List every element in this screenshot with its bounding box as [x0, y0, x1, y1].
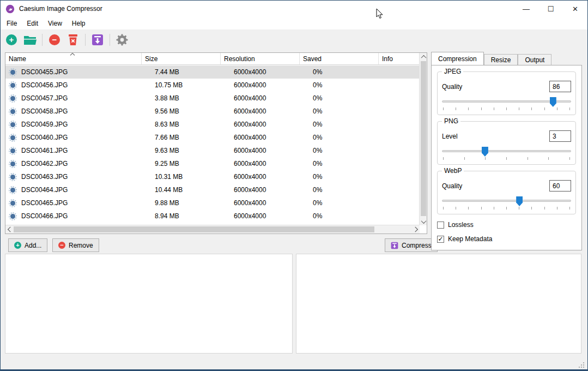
file-status-icon	[9, 81, 17, 89]
column-header-info[interactable]: Info	[379, 53, 420, 64]
remove-icon: −	[58, 242, 65, 249]
horizontal-scroll-thumb[interactable]	[14, 226, 374, 232]
keep-metadata-checkbox[interactable]	[437, 236, 444, 243]
horizontal-scrollbar[interactable]	[5, 225, 420, 234]
menu-bar: File Edit View Help	[1, 17, 587, 29]
png-group-title: PNG	[442, 117, 460, 125]
remove-file-icon: −	[49, 34, 60, 45]
compress-button[interactable]: Compress	[385, 238, 438, 252]
remove-button[interactable]: − Remove	[52, 238, 99, 252]
remove-file-button[interactable]: −	[47, 32, 62, 47]
webp-group: WebP Quality 60	[437, 171, 576, 214]
clear-list-icon	[67, 34, 79, 46]
jpeg-quality-spinbox[interactable]: 86	[549, 81, 571, 92]
add-files-icon: +	[6, 34, 17, 45]
column-header-size[interactable]: Size	[142, 53, 221, 64]
app-window: Caesium Image Compressor — ☐ ✕ File Edit…	[0, 0, 588, 371]
table-row[interactable]: DSC00464.JPG10.44 MB6000x40000%	[5, 183, 420, 196]
slider-handle[interactable]	[516, 196, 523, 206]
table-row[interactable]: DSC00461.JPG9.63 MB6000x40000%	[5, 144, 420, 157]
file-status-icon	[9, 68, 17, 76]
file-status-icon	[9, 199, 17, 207]
add-button[interactable]: + Add...	[8, 238, 47, 252]
jpeg-group: JPEG Quality 86	[437, 71, 576, 115]
png-level-slider[interactable]	[442, 149, 571, 153]
file-status-icon	[9, 186, 17, 194]
minimize-button[interactable]: —	[514, 1, 538, 17]
webp-group-title: WebP	[442, 167, 464, 175]
toolbar-separator	[110, 34, 110, 46]
menu-edit[interactable]: Edit	[22, 18, 43, 29]
column-header-name[interactable]: Name	[5, 53, 142, 64]
title-bar: Caesium Image Compressor — ☐ ✕	[1, 1, 587, 17]
table-row[interactable]: DSC00456.JPG10.75 MB6000x40000%	[5, 79, 420, 92]
resize-grip[interactable]	[579, 362, 584, 368]
lossless-checkbox[interactable]	[437, 222, 444, 229]
file-status-icon	[9, 160, 17, 168]
table-row[interactable]: DSC00462.JPG9.25 MB6000x40000%	[5, 157, 420, 170]
tab-compression[interactable]: Compression	[431, 52, 484, 65]
close-button[interactable]: ✕	[563, 1, 587, 17]
vertical-scroll-thumb[interactable]	[421, 61, 426, 216]
table-row[interactable]: DSC00460.JPG7.66 MB6000x40000%	[5, 131, 420, 144]
scroll-right-arrow-icon[interactable]	[412, 225, 420, 233]
status-bar	[1, 354, 587, 370]
mouse-cursor	[376, 9, 384, 20]
table-row[interactable]: DSC00459.JPG8.63 MB6000x40000%	[5, 118, 420, 131]
sort-ascending-icon	[70, 53, 75, 56]
table-row[interactable]: DSC00457.JPG3.88 MB6000x40000%	[5, 92, 420, 105]
compress-icon	[391, 242, 398, 249]
column-header-saved[interactable]: Saved	[300, 53, 379, 64]
add-files-button[interactable]: +	[4, 32, 19, 47]
toolbar: + −	[1, 29, 587, 50]
compression-pane: JPEG Quality 86 PNG Level 3	[431, 65, 582, 250]
maximize-button[interactable]: ☐	[538, 1, 563, 17]
settings-tabbar: Compression Resize Output	[431, 52, 551, 65]
lossless-label: Lossless	[448, 221, 474, 229]
settings-button[interactable]	[114, 32, 130, 47]
table-row[interactable]: DSC00455.JPG7.44 MB6000x40000%	[5, 65, 420, 79]
original-preview-panel	[5, 254, 293, 354]
webp-quality-label: Quality	[442, 182, 462, 190]
scroll-left-arrow-icon[interactable]	[5, 225, 13, 233]
file-status-icon	[9, 94, 17, 103]
toolbar-separator	[85, 34, 86, 46]
column-header-resolution[interactable]: Resolution	[221, 53, 300, 64]
webp-quality-spinbox[interactable]: 60	[549, 180, 571, 192]
tab-resize[interactable]: Resize	[484, 54, 518, 65]
vertical-scrollbar[interactable]	[419, 53, 427, 225]
table-row[interactable]: DSC00465.JPG9.88 MB6000x40000%	[5, 196, 420, 210]
scroll-down-arrow-icon[interactable]	[420, 218, 427, 225]
tab-output[interactable]: Output	[518, 54, 551, 65]
jpeg-quality-label: Quality	[442, 83, 462, 91]
scroll-up-arrow-icon[interactable]	[420, 53, 427, 61]
file-table: Name Size Resolution Saved Info DSC00455…	[5, 52, 427, 234]
compress-toolbar-button[interactable]	[90, 32, 105, 47]
png-level-label: Level	[442, 133, 458, 140]
compressed-preview-panel	[296, 254, 581, 354]
menu-file[interactable]: File	[2, 18, 22, 29]
slider-handle[interactable]	[482, 147, 488, 157]
app-logo-icon	[5, 4, 15, 14]
webp-quality-slider[interactable]	[442, 199, 571, 202]
lossless-option[interactable]: Lossless	[437, 221, 576, 229]
table-header: Name Size Resolution Saved Info	[5, 53, 420, 65]
file-status-icon	[9, 121, 17, 129]
settings-gear-icon	[116, 33, 129, 46]
toolbar-separator	[42, 34, 43, 46]
jpeg-quality-slider[interactable]	[442, 100, 571, 103]
keep-metadata-option[interactable]: Keep Metadata	[437, 235, 576, 243]
menu-help[interactable]: Help	[67, 18, 90, 29]
file-status-icon	[9, 147, 17, 155]
menu-view[interactable]: View	[43, 18, 67, 29]
table-row[interactable]: DSC00463.JPG10.31 MB6000x40000%	[5, 170, 420, 183]
table-row[interactable]: DSC00466.JPG8.94 MB6000x40000%	[5, 210, 420, 223]
open-folder-button[interactable]	[22, 32, 38, 47]
clear-list-button[interactable]	[65, 32, 81, 47]
png-level-spinbox[interactable]: 3	[549, 130, 571, 142]
table-row[interactable]: DSC00458.JPG9.56 MB6000x40000%	[5, 105, 420, 118]
slider-handle[interactable]	[550, 97, 556, 107]
png-group: PNG Level 3	[437, 121, 576, 165]
open-folder-icon	[23, 34, 37, 45]
compress-icon	[92, 34, 104, 46]
